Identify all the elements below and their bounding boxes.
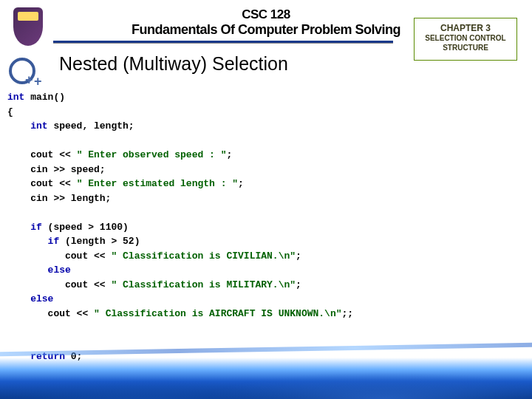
slide-title: Nested (Multiway) Selection [59, 53, 288, 75]
code-text: { [7, 106, 13, 117]
plus-icon: + [25, 72, 33, 88]
code-string: " Classification is CIVILIAN.\n" [111, 250, 296, 262]
code-text: ;; [342, 308, 354, 319]
code-keyword: if [7, 222, 42, 233]
header-divider [53, 41, 393, 44]
code-text: ; [226, 149, 232, 160]
code-text: main() [24, 92, 65, 103]
chapter-title: SELECTION CONTROL STRUCTURE [415, 33, 516, 52]
code-text: cout << [7, 279, 111, 290]
code-keyword: int [7, 92, 24, 103]
chapter-number: CHAPTER 3 [415, 23, 516, 33]
code-text: (speed > 1100) [42, 222, 129, 233]
code-text: cout << [7, 178, 77, 189]
code-text: cout << [7, 250, 111, 262]
code-text: cout << [7, 149, 77, 160]
code-string: " Classification is AIRCRAFT IS UNKNOWN.… [94, 308, 341, 319]
code-text: ; [296, 279, 301, 290]
code-text: cin >> length; [7, 193, 111, 204]
code-text: ; [296, 250, 301, 262]
slide-header: + + CSC 128 Fundamentals Of Computer Pro… [0, 0, 532, 74]
code-keyword: if [7, 236, 59, 247]
code-text: cin >> speed; [7, 164, 106, 175]
cpp-logo: + + [9, 58, 43, 90]
code-keyword: else [7, 293, 53, 304]
code-string: " Enter estimated length : " [77, 178, 238, 189]
plus-icon: + [34, 74, 42, 89]
code-keyword: int [7, 120, 48, 132]
code-string: " Classification is MILITARY.\n" [111, 279, 296, 290]
code-text: speed, length; [48, 120, 134, 132]
code-keyword: else [7, 265, 71, 276]
code-text: ; [238, 178, 244, 189]
footer-decoration [0, 340, 532, 399]
code-text: cout << [7, 308, 94, 319]
code-string: " Enter observed speed : " [77, 149, 227, 160]
code-text: (length > 52) [59, 236, 140, 247]
chapter-box: CHAPTER 3 SELECTION CONTROL STRUCTURE [414, 18, 517, 61]
